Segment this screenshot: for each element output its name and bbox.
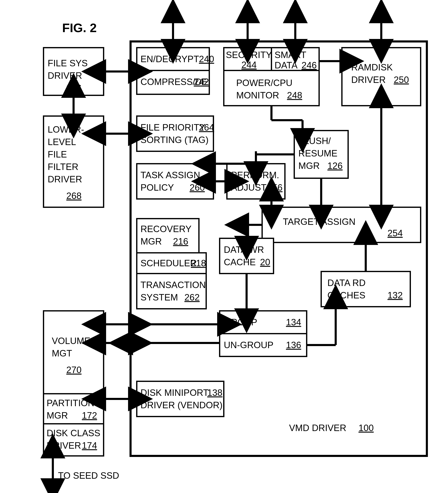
recovery-mgr-l2: MGR <box>141 236 162 246</box>
ramdisk-driver-num: 250 <box>394 75 409 85</box>
perform-adjust-l2: ADJUST <box>231 182 267 192</box>
flush-resume-mgr-num: 126 <box>327 161 343 171</box>
llffd-l3: FILE <box>48 149 67 159</box>
disk-miniport-driver-l2: DRIVER (VENDOR) <box>141 400 223 410</box>
volume-mgt-num: 270 <box>66 365 81 375</box>
disk-miniport-driver-box <box>137 381 224 416</box>
group-label: GROUP <box>224 317 257 327</box>
flush-resume-mgr-l2: RESUME <box>298 148 337 158</box>
data-rd-caches-box <box>321 271 410 307</box>
task-assign-policy-num: 260 <box>190 182 205 192</box>
llffd-l1: LOWER- <box>48 124 84 134</box>
vmd-driver-num: 100 <box>358 423 374 433</box>
task-assign-policy-box <box>137 164 213 199</box>
data-rd-caches-num: 132 <box>388 290 403 300</box>
task-assign-policy-l2: POLICY <box>141 182 174 192</box>
partition-mgr-num: 172 <box>82 410 97 420</box>
smart-data-monitor-l2: DATA <box>275 60 298 70</box>
data-wr-cache-box <box>220 238 274 274</box>
file-sys-driver-l2: DRIVER <box>48 70 82 81</box>
perform-adjust-box <box>227 164 285 199</box>
volume-mgt-l2: MGT <box>52 348 72 358</box>
en-decrypt-num: 240 <box>199 54 214 64</box>
en-decrypt-label: EN/DECRYPT <box>141 54 199 64</box>
vmd-driver-label: VMD DRIVER <box>289 423 346 433</box>
target-assign-num: 254 <box>388 228 403 238</box>
smart-data-monitor-l1: SMART <box>275 50 306 60</box>
data-wr-cache-l1: DATA WR <box>224 245 264 255</box>
scheduler-l: SCHEDULER <box>141 258 197 268</box>
disk-class-driver-l2: DRIVER <box>47 440 81 450</box>
data-wr-cache-l2: CACHE <box>224 257 256 267</box>
data-rd-caches-l2: CACHES <box>327 290 365 300</box>
compress-de-num: 242 <box>194 77 209 87</box>
transaction-system-l1: TRANSACTION <box>141 280 206 290</box>
target-assign-label: TARGET ASSIGN <box>283 217 355 227</box>
llffd-l4: FILTER <box>48 162 78 172</box>
transaction-system-box <box>137 274 206 309</box>
partition-mgr-l2: MGR <box>47 410 68 420</box>
power-cpu-monitor-box <box>224 70 319 106</box>
recovery-mgr-num: 216 <box>173 236 188 246</box>
scheduler-num: 218 <box>191 258 206 268</box>
disk-miniport-driver-num: 138 <box>207 388 222 398</box>
ramdisk-driver-l1: RAMDISK <box>351 62 393 72</box>
file-priority-sorting-num: 264 <box>199 122 214 132</box>
security-num: 244 <box>241 60 257 70</box>
file-priority-sorting-l1: FILE PRIORITY <box>141 122 205 132</box>
ramdisk-driver-l2: DRIVER <box>351 75 386 85</box>
llffd-l5: DRIVER <box>48 174 82 184</box>
power-cpu-monitor-num: 248 <box>287 90 302 100</box>
llffd-l2: LEVEL <box>48 137 76 147</box>
perform-adjust-num: 256 <box>267 182 282 192</box>
llffd-num: 268 <box>66 191 81 201</box>
smart-data-monitor-num: 246 <box>302 60 317 70</box>
perform-adjust-l1: PERFORM. <box>231 170 279 180</box>
to-seed-ssd-label: TO SEED SSD <box>58 471 119 481</box>
transaction-system-num: 262 <box>184 292 200 302</box>
flush-resume-mgr-l3: MGR <box>298 161 320 171</box>
un-group-num: 136 <box>286 340 301 350</box>
task-assign-policy-l1: TASK ASSIGN <box>141 170 200 180</box>
un-group-label: UN-GROUP <box>224 340 274 350</box>
power-cpu-monitor-l2: MONITOR <box>236 90 279 100</box>
figure-label: FIG. 2 <box>62 21 97 35</box>
recovery-mgr-l1: RECOVERY <box>141 224 191 234</box>
disk-class-driver-num: 174 <box>82 440 97 450</box>
disk-miniport-driver-l1: DISK MINIPORT <box>141 388 209 398</box>
data-wr-cache-num: 20 <box>260 257 270 267</box>
data-rd-caches-l1: DATA RD <box>327 278 366 288</box>
volume-mgt-l1: VOLUME <box>52 336 90 346</box>
flush-resume-mgr-l1: FLUSH/ <box>298 136 331 146</box>
file-sys-driver-num: 266 <box>66 83 81 93</box>
file-sys-driver-l1: FILE SYS <box>48 58 88 68</box>
disk-class-driver-l1: DISK CLASS <box>47 428 100 438</box>
transaction-system-l2: SYSTEM <box>141 292 178 302</box>
group-num: 134 <box>286 317 301 327</box>
partition-mgr-l1: PARTITION <box>47 398 94 408</box>
diagram-svg: FIG. 2 VMD DRIVER 100 EN/DECRYPT 240 COM… <box>0 0 448 493</box>
file-priority-sorting-box <box>137 116 213 151</box>
file-priority-sorting-l2: SORTING (TAG) <box>141 135 208 145</box>
power-cpu-monitor-l1: POWER/CPU <box>236 78 292 88</box>
security-label: SECURITY <box>226 50 272 60</box>
